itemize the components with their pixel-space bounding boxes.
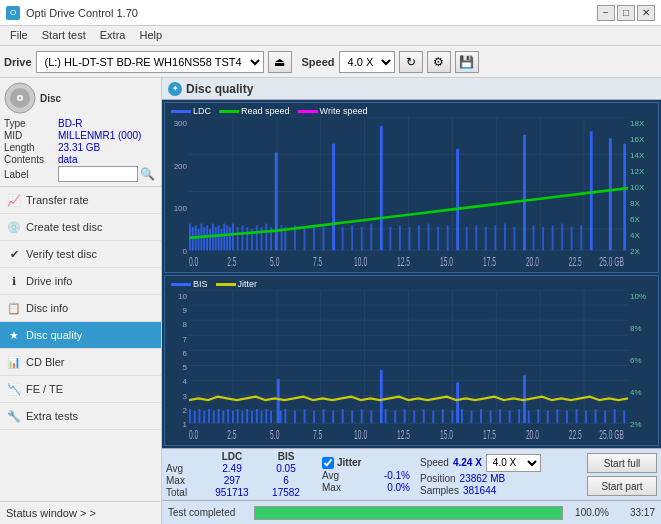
svg-rect-144 [404, 409, 406, 423]
nav-cd-bler[interactable]: 📊 CD Bler [0, 349, 161, 376]
drive-info-icon: ℹ [6, 273, 22, 289]
total-label: Total [166, 487, 204, 498]
eject-button[interactable]: ⏏ [268, 51, 292, 73]
settings-button[interactable]: ⚙ [427, 51, 451, 73]
disc-info-icon: 📋 [6, 300, 22, 316]
nav-fe-te[interactable]: 📉 FE / TE [0, 376, 161, 403]
samples-label: Samples [420, 485, 459, 496]
avg-ldc-value: 2.49 [206, 463, 258, 474]
svg-rect-58 [361, 227, 363, 250]
nav-drive-info[interactable]: ℹ Drive info [0, 268, 161, 295]
main-layout: Disc Type BD-R MID MILLENMR1 (000) Lengt… [0, 78, 661, 524]
svg-rect-77 [571, 227, 573, 250]
nav-disc-quality[interactable]: ★ Disc quality [0, 322, 161, 349]
svg-text:5.0: 5.0 [270, 255, 280, 268]
maximize-button[interactable]: □ [617, 5, 635, 21]
menu-help[interactable]: Help [133, 28, 168, 43]
start-full-button[interactable]: Start full [587, 453, 657, 473]
svg-text:10.0: 10.0 [354, 255, 367, 268]
speed-select[interactable]: 4.0 X [339, 51, 395, 73]
bis-legend-item: BIS [171, 279, 208, 289]
refresh-button[interactable]: ↻ [399, 51, 423, 73]
y2r-10pct: 10% [630, 292, 656, 301]
disc-quality-header-icon: ✦ [168, 82, 182, 96]
progress-percent: 100.0% [569, 507, 609, 518]
svg-text:2.5: 2.5 [227, 255, 237, 268]
progress-bar-container [254, 506, 563, 520]
nav-transfer-rate[interactable]: 📈 Transfer rate [0, 187, 161, 214]
svg-rect-123 [256, 409, 258, 423]
position-label: Position [420, 473, 456, 484]
jitter-legend-color [216, 283, 236, 286]
svg-text:22.5: 22.5 [569, 255, 582, 268]
svg-rect-139 [351, 411, 353, 423]
jitter-legend-item: Jitter [216, 279, 258, 289]
bis-header: BIS [260, 451, 312, 462]
start-part-button[interactable]: Start part [587, 476, 657, 496]
svg-rect-122 [251, 411, 253, 423]
svg-rect-149 [451, 411, 453, 423]
label-input[interactable] [58, 166, 138, 182]
svg-rect-154 [499, 409, 501, 423]
svg-rect-74 [542, 227, 544, 250]
svg-rect-41 [623, 144, 626, 251]
svg-rect-137 [332, 411, 334, 423]
svg-rect-36 [380, 126, 383, 250]
contents-value: data [58, 154, 77, 165]
save-button[interactable]: 💾 [455, 51, 479, 73]
svg-rect-35 [332, 144, 335, 251]
y2r-4pct: 4% [630, 388, 656, 397]
y1r-14x: 14X [630, 151, 656, 160]
speed-select-stats[interactable]: 4.0 X [486, 454, 541, 472]
cd-bler-icon: 📊 [6, 354, 22, 370]
svg-rect-60 [389, 227, 391, 250]
svg-rect-24 [206, 225, 208, 250]
y2-2: 2 [167, 406, 187, 415]
nav-extra-tests[interactable]: 🔧 Extra tests [0, 403, 161, 430]
status-window[interactable]: Status window > > [0, 501, 161, 524]
y2-9: 9 [167, 306, 187, 315]
nav-create-test-disc[interactable]: 💿 Create test disc [0, 214, 161, 241]
svg-text:2.5: 2.5 [227, 428, 237, 441]
jitter-header: Jitter [337, 457, 361, 468]
menu-start-test[interactable]: Start test [36, 28, 92, 43]
svg-rect-72 [513, 227, 515, 250]
y1r-4x: 4X [630, 231, 656, 240]
y2-5: 5 [167, 363, 187, 372]
content-area: ✦ Disc quality LDC Read speed [162, 78, 661, 524]
samples-value: 381644 [463, 485, 496, 496]
avg-jitter-value: -0.1% [362, 470, 410, 481]
svg-rect-27 [215, 227, 217, 250]
disc-quality-icon: ★ [6, 327, 22, 343]
svg-rect-153 [490, 411, 492, 423]
bis-legend-color [171, 283, 191, 286]
menu-file[interactable]: File [4, 28, 34, 43]
svg-rect-39 [590, 131, 593, 250]
mid-value: MILLENMR1 (000) [58, 130, 141, 141]
svg-rect-161 [566, 411, 568, 423]
svg-rect-156 [518, 409, 520, 423]
y2-3: 3 [167, 392, 187, 401]
write-speed-legend-label: Write speed [320, 106, 368, 116]
svg-rect-48 [265, 224, 267, 251]
avg-bis-value: 0.05 [260, 463, 312, 474]
nav-disc-info[interactable]: 📋 Disc info [0, 295, 161, 322]
drive-select[interactable]: (L:) HL-DT-ST BD-RE WH16NS58 TST4 [36, 51, 264, 73]
y2r-8pct: 8% [630, 324, 656, 333]
jitter-checkbox[interactable] [322, 457, 334, 469]
svg-rect-33 [232, 224, 234, 251]
close-button[interactable]: ✕ [637, 5, 655, 21]
nav-verify-test-disc-label: Verify test disc [26, 248, 97, 260]
label-label: Label [4, 169, 56, 180]
max-jitter-value: 0.0% [362, 482, 410, 493]
disc-quality-header: ✦ Disc quality [162, 78, 661, 100]
svg-text:0.0: 0.0 [189, 255, 199, 268]
menu-extra[interactable]: Extra [94, 28, 132, 43]
label-browse-icon[interactable]: 🔍 [140, 167, 155, 181]
create-test-disc-icon: 💿 [6, 219, 22, 235]
nav-verify-test-disc[interactable]: ✔ Verify test disc [0, 241, 161, 268]
drive-label: Drive [4, 56, 32, 68]
svg-rect-128 [380, 370, 383, 423]
minimize-button[interactable]: − [597, 5, 615, 21]
svg-rect-37 [456, 149, 459, 250]
